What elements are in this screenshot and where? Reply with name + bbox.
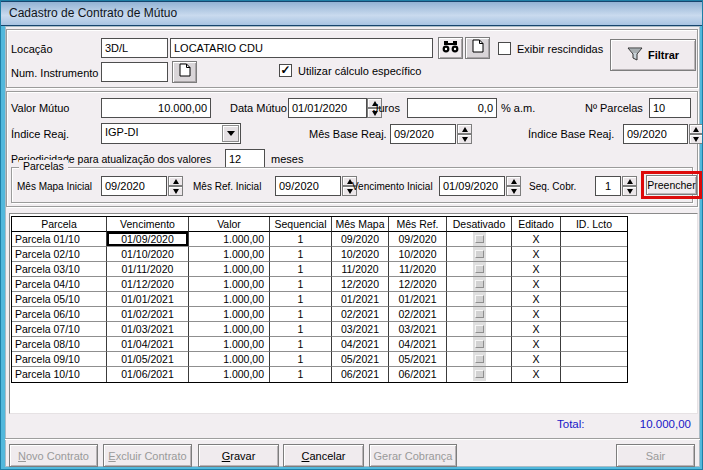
grid-cell[interactable]: 1 bbox=[270, 232, 332, 247]
grid-cell[interactable]: 1 bbox=[270, 322, 332, 337]
spin-down-button[interactable] bbox=[689, 134, 703, 144]
desativado-checkbox[interactable] bbox=[447, 247, 512, 262]
grid-cell[interactable]: X bbox=[512, 247, 561, 262]
grid-cell[interactable]: Parcela 02/10 bbox=[12, 247, 107, 262]
grid-cell[interactable]: 06/2021 bbox=[332, 367, 389, 382]
grid-cell[interactable]: 01/05/2021 bbox=[107, 352, 189, 367]
search-locacao-button[interactable] bbox=[438, 37, 463, 59]
grid-cell[interactable]: Parcela 07/10 bbox=[12, 322, 107, 337]
new-locacao-button[interactable] bbox=[465, 37, 490, 59]
grid-cell[interactable]: 04/2021 bbox=[332, 337, 389, 352]
grid-cell[interactable] bbox=[561, 277, 627, 292]
grid-cell[interactable]: 01/2021 bbox=[332, 292, 389, 307]
filtrar-button[interactable]: Filtrar bbox=[610, 39, 696, 71]
grid-cell[interactable]: 12/2020 bbox=[332, 277, 389, 292]
excluir-contrato-button[interactable]: Excluir Contrato bbox=[103, 444, 192, 467]
grid-cell[interactable]: 05/2021 bbox=[332, 352, 389, 367]
grid-cell[interactable]: 01/01/2021 bbox=[107, 292, 189, 307]
spin-down-button[interactable] bbox=[168, 186, 183, 196]
grid-cell[interactable]: 10/2020 bbox=[389, 247, 447, 262]
grid-cell[interactable]: 02/2021 bbox=[332, 307, 389, 322]
gerar-cobranca-button[interactable]: Gerar Cobrança bbox=[369, 444, 457, 467]
grid-cell[interactable] bbox=[561, 307, 627, 322]
grid-cell[interactable]: 02/2021 bbox=[389, 307, 447, 322]
mes-ref-field[interactable]: 09/2020 bbox=[275, 176, 341, 196]
grid-cell[interactable]: 01/02/2021 bbox=[107, 307, 189, 322]
spin-up-button[interactable] bbox=[168, 176, 183, 186]
spin-up-button[interactable] bbox=[506, 176, 521, 186]
gravar-button[interactable]: Gravar bbox=[198, 444, 279, 467]
valor-mutuo-field[interactable]: 10.000,00 bbox=[101, 98, 211, 118]
grid-cell[interactable]: X bbox=[512, 367, 561, 382]
mes-base-field[interactable]: 09/2020 bbox=[390, 124, 456, 144]
grid-cell[interactable]: 1 bbox=[270, 307, 332, 322]
grid-cell[interactable] bbox=[561, 352, 627, 367]
spin-up-button[interactable] bbox=[622, 176, 637, 186]
new-instrumento-button[interactable] bbox=[172, 61, 197, 83]
grid-cell[interactable]: 09/2020 bbox=[332, 232, 389, 247]
desativado-checkbox[interactable] bbox=[447, 292, 512, 307]
grid-cell[interactable]: 1.000,00 bbox=[189, 352, 270, 367]
grid-cell[interactable]: Parcela 03/10 bbox=[12, 262, 107, 277]
grid-cell[interactable]: 1.000,00 bbox=[189, 322, 270, 337]
grid-cell[interactable]: 01/10/2020 bbox=[107, 247, 189, 262]
grid-cell[interactable] bbox=[561, 367, 627, 382]
grid-cell[interactable]: 11/2020 bbox=[389, 262, 447, 277]
grid-cell[interactable]: Parcela 05/10 bbox=[12, 292, 107, 307]
sair-button[interactable]: Sair bbox=[616, 444, 695, 467]
preencher-button[interactable]: Preencher bbox=[646, 175, 697, 195]
grid-cell[interactable]: Parcela 04/10 bbox=[12, 277, 107, 292]
indice-base-field[interactable]: 09/2020 bbox=[623, 124, 688, 144]
grid-cell[interactable]: 1 bbox=[270, 292, 332, 307]
grid-cell[interactable]: Parcela 01/10 bbox=[12, 232, 107, 247]
grid-cell[interactable]: 1.000,00 bbox=[189, 367, 270, 382]
desativado-checkbox[interactable] bbox=[447, 367, 512, 382]
grid-cell[interactable]: 09/2020 bbox=[389, 232, 447, 247]
grid-cell[interactable]: X bbox=[512, 307, 561, 322]
grid-cell[interactable]: X bbox=[512, 337, 561, 352]
grid-cell[interactable]: 1 bbox=[270, 262, 332, 277]
seq-cobr-field[interactable]: 1 bbox=[595, 176, 621, 196]
grid-cell[interactable]: 01/2021 bbox=[389, 292, 447, 307]
grid-cell[interactable]: 1.000,00 bbox=[189, 247, 270, 262]
grid-cell[interactable] bbox=[561, 322, 627, 337]
combo-dropdown-button[interactable] bbox=[222, 125, 239, 142]
cancelar-button[interactable]: Cancelar bbox=[283, 444, 364, 467]
title-bar[interactable]: Cadastro de Contrato de Mútuo bbox=[1, 1, 703, 26]
spin-down-button[interactable] bbox=[506, 186, 521, 196]
grid-cell[interactable]: 01/12/2020 bbox=[107, 277, 189, 292]
grid-cell[interactable]: 10/2020 bbox=[332, 247, 389, 262]
desativado-checkbox[interactable] bbox=[447, 262, 512, 277]
grid-cell[interactable]: 1.000,00 bbox=[189, 337, 270, 352]
indice-reaj-combo[interactable]: IGP-DI bbox=[101, 123, 241, 144]
grid-cell[interactable]: 01/04/2021 bbox=[107, 337, 189, 352]
grid-cell[interactable]: 1 bbox=[270, 277, 332, 292]
desativado-checkbox[interactable] bbox=[447, 352, 512, 367]
grid-cell[interactable]: 05/2021 bbox=[389, 352, 447, 367]
grid-cell[interactable]: X bbox=[512, 277, 561, 292]
grid-cell[interactable]: 03/2021 bbox=[332, 322, 389, 337]
mes-mapa-field[interactable]: 09/2020 bbox=[101, 176, 167, 196]
juros-field[interactable]: 0,0 bbox=[407, 98, 497, 118]
grid-cell[interactable]: 01/11/2020 bbox=[107, 262, 189, 277]
spin-down-button[interactable] bbox=[622, 186, 637, 196]
exibir-rescindidas-checkbox[interactable] bbox=[498, 42, 511, 55]
grid-cell[interactable]: 1.000,00 bbox=[189, 307, 270, 322]
desativado-checkbox[interactable] bbox=[447, 322, 512, 337]
locacao-code-field[interactable]: 3D/L bbox=[101, 38, 168, 58]
grid-cell[interactable]: Parcela 08/10 bbox=[12, 337, 107, 352]
num-parcelas-field[interactable]: 10 bbox=[649, 98, 691, 118]
grid-cell[interactable]: 1.000,00 bbox=[189, 292, 270, 307]
seq-cobr-spinner[interactable] bbox=[622, 176, 637, 196]
locacao-name-field[interactable]: LOCATARIO CDU bbox=[170, 38, 433, 58]
grid-cell[interactable]: X bbox=[512, 292, 561, 307]
grid-cell[interactable] bbox=[561, 292, 627, 307]
grid-cell[interactable]: X bbox=[512, 232, 561, 247]
vencimento-inicial-field[interactable]: 01/09/2020 bbox=[439, 176, 505, 196]
mes-mapa-spinner[interactable] bbox=[168, 176, 183, 196]
grid-cell[interactable]: Parcela 06/10 bbox=[12, 307, 107, 322]
spin-up-button[interactable] bbox=[689, 124, 703, 134]
grid-cell[interactable]: 1 bbox=[270, 352, 332, 367]
grid-cell[interactable]: 03/2021 bbox=[389, 322, 447, 337]
spin-up-button[interactable] bbox=[457, 124, 472, 134]
